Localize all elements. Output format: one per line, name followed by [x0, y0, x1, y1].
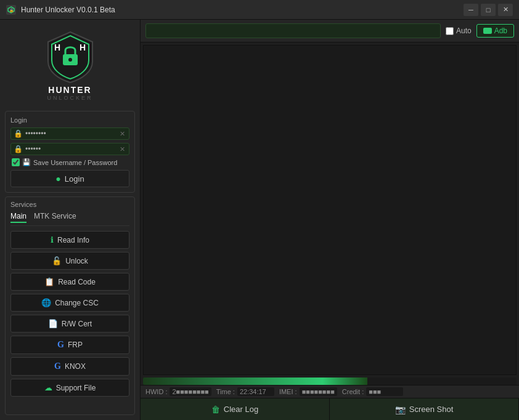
screenshot-icon: 📷: [395, 405, 406, 414]
status-bar: HWID : 2■■■■■■■■ Time : 22:34:17 IMEI : …: [141, 385, 519, 398]
read-info-button[interactable]: ℹ Read Info: [10, 231, 129, 249]
save-label: Save Username / Password: [33, 159, 117, 166]
main-layout: H H HUNTER UNLOCKER Login 🔒 ✕ 🔒 ✕: [0, 20, 519, 420]
services-box: Services Main MTK Service ℹ Read Info 🔓 …: [5, 196, 135, 415]
save-row: 💾 Save Username / Password: [12, 158, 129, 166]
auto-label: Auto: [456, 26, 472, 35]
knox-label: KNOX: [65, 362, 86, 371]
svg-text:H: H: [79, 42, 85, 52]
services-legend: Services: [10, 201, 129, 208]
app-icon: 🔒: [6, 5, 16, 15]
svg-text:🔒: 🔒: [9, 7, 14, 12]
login-button[interactable]: ● Login: [10, 170, 129, 187]
log-area[interactable]: [143, 45, 517, 375]
adb-label: Adb: [494, 26, 507, 35]
password-clear-button[interactable]: ✕: [118, 145, 126, 153]
adb-icon: [483, 28, 492, 34]
login-legend: Login: [10, 116, 129, 124]
progress-bar: [143, 378, 517, 385]
login-box: Login 🔒 ✕ 🔒 ✕ 💾 Save Username / Password…: [5, 111, 135, 193]
save-icon: 💾: [22, 158, 31, 166]
support-file-button[interactable]: ☁ Support File: [10, 379, 129, 397]
right-panel: Auto Adb HWID : 2■■■■■■■■ Time : 22:34:1…: [141, 20, 519, 420]
frp-icon: G: [57, 340, 64, 350]
imei-label: IMEI :: [279, 388, 297, 395]
login-icon: ●: [55, 174, 60, 184]
minimize-button[interactable]: ─: [464, 4, 478, 16]
screenshot-label: Screen Shot: [409, 405, 454, 414]
adb-button[interactable]: Adb: [476, 24, 514, 38]
knox-button[interactable]: G KNOX: [10, 357, 129, 376]
credit-label: Credit :: [342, 388, 364, 395]
logo-area: H H HUNTER UNLOCKER: [0, 20, 140, 108]
auto-checkbox[interactable]: [446, 27, 454, 35]
read-info-icon: ℹ: [51, 235, 54, 244]
hwid-item: HWID : 2■■■■■■■■: [145, 387, 211, 396]
clear-log-icon: 🗑: [211, 405, 220, 414]
screenshot-button[interactable]: 📷 Screen Shot: [330, 398, 519, 420]
change-csc-button[interactable]: 🌐 Change CSC: [10, 294, 129, 312]
unlock-icon: 🔓: [52, 256, 62, 265]
logo-name: HUNTER: [48, 85, 91, 95]
svg-text:H: H: [54, 42, 60, 52]
support-icon: ☁: [44, 383, 52, 392]
username-input[interactable]: [25, 129, 118, 138]
knox-icon: G: [54, 361, 61, 371]
user-icon: 🔒: [14, 129, 23, 138]
logo-container: H H HUNTER UNLOCKER: [46, 30, 95, 101]
bottom-bar: 🗑 Clear Log 📷 Screen Shot: [141, 398, 519, 420]
cert-icon: 📄: [48, 319, 58, 328]
clear-log-label: Clear Log: [224, 405, 258, 414]
frp-label: FRP: [68, 341, 83, 349]
time-value: 22:34:17: [237, 387, 274, 396]
unlock-label: Unlock: [65, 257, 88, 265]
read-info-label: Read Info: [57, 236, 89, 244]
top-toolbar: Auto Adb: [141, 20, 519, 42]
save-checkbox[interactable]: [12, 158, 20, 166]
time-label: Time :: [216, 388, 235, 395]
credit-item: Credit : ■■■: [342, 387, 403, 396]
auto-check-row: Auto: [446, 26, 472, 35]
lock-icon: 🔒: [14, 145, 23, 153]
titlebar: 🔒 Hunter Unlocker V0.0.1 Beta ─ □ ✕: [0, 0, 519, 20]
logo-sub: UNLOCKER: [47, 95, 92, 101]
tab-mtk[interactable]: MTK Service: [34, 212, 76, 223]
progress-fill: [143, 378, 367, 385]
username-row: 🔒 ✕: [10, 127, 129, 140]
svg-point-3: [68, 58, 72, 62]
credit-value: ■■■: [366, 387, 403, 396]
read-code-button[interactable]: 📋 Read Code: [10, 273, 129, 291]
rw-cert-label: R/W Cert: [62, 320, 92, 328]
change-csc-label: Change CSC: [55, 299, 99, 307]
logo-shield: H H: [46, 30, 95, 84]
time-item: Time : 22:34:17: [216, 387, 274, 396]
csc-icon: 🌐: [41, 298, 51, 307]
services-tabs: Main MTK Service: [10, 212, 129, 226]
tab-main[interactable]: Main: [10, 212, 27, 223]
username-clear-button[interactable]: ✕: [118, 130, 126, 138]
password-input[interactable]: [25, 145, 118, 153]
hwid-label: HWID :: [145, 388, 167, 395]
unlock-button[interactable]: 🔓 Unlock: [10, 252, 129, 270]
clear-log-button[interactable]: 🗑 Clear Log: [141, 398, 330, 420]
hwid-value: 2■■■■■■■■: [170, 387, 211, 396]
read-code-icon: 📋: [44, 277, 54, 286]
frp-button[interactable]: G FRP: [10, 336, 129, 354]
app-title: Hunter Unlocker V0.0.1 Beta: [21, 6, 464, 14]
imei-value: ■■■■■■■■: [300, 387, 337, 396]
password-row: 🔒 ✕: [10, 143, 129, 155]
window-controls: ─ □ ✕: [464, 4, 513, 16]
close-button[interactable]: ✕: [498, 4, 513, 16]
imei-item: IMEI : ■■■■■■■■: [279, 387, 337, 396]
left-panel: H H HUNTER UNLOCKER Login 🔒 ✕ 🔒 ✕: [0, 20, 141, 420]
maximize-button[interactable]: □: [481, 4, 496, 16]
read-code-label: Read Code: [58, 278, 96, 286]
rw-cert-button[interactable]: 📄 R/W Cert: [10, 315, 129, 333]
support-file-label: Support File: [56, 384, 96, 392]
login-button-label: Login: [65, 174, 84, 184]
port-select[interactable]: [145, 23, 441, 38]
